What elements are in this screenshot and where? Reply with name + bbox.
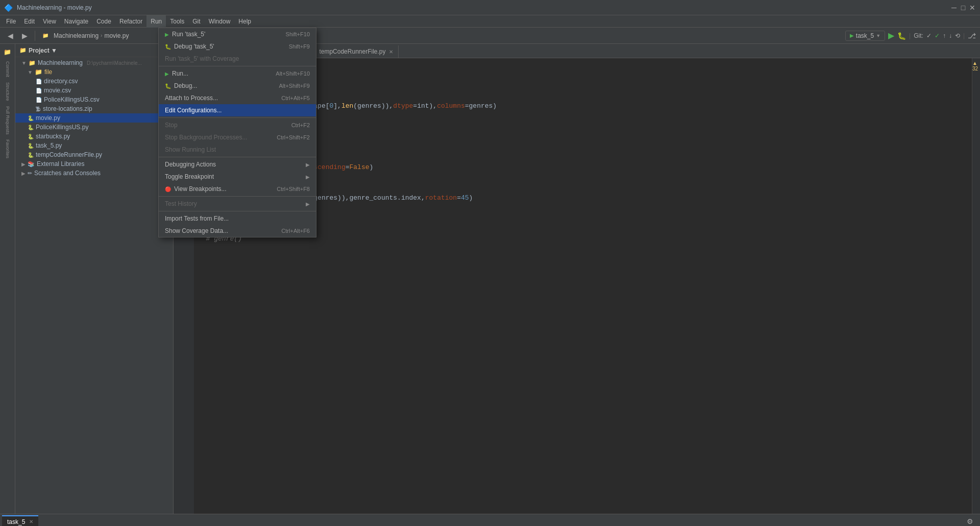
run-button[interactable]: ▶ bbox=[888, 31, 894, 40]
tree-police-csv[interactable]: 📄 PoliceKillingsUS.csv bbox=[15, 95, 173, 104]
tree-scratches-label: Scratches and Consoles bbox=[34, 170, 101, 177]
tree-tempcoderunner-py-icon: 🐍 bbox=[28, 152, 34, 158]
toggle-bp-arrow: ▶ bbox=[306, 174, 310, 180]
run-menu-coverage[interactable]: Run 'task_5' with Coverage bbox=[159, 53, 316, 65]
menu-edit[interactable]: Edit bbox=[20, 15, 39, 28]
toolbar-forward-btn[interactable]: ▶ bbox=[18, 30, 31, 42]
side-project-icon[interactable]: 📁 bbox=[2, 46, 14, 58]
minimize-button[interactable]: ─ bbox=[950, 4, 958, 11]
run-task-label: Run 'task_5' bbox=[172, 31, 205, 38]
side-structure-icon[interactable]: Structure bbox=[4, 80, 11, 103]
tree-movie-csv[interactable]: 📄 movie.csv bbox=[15, 86, 173, 95]
run-menu-edit-configs[interactable]: Edit Configurations... bbox=[159, 104, 316, 116]
close-button[interactable]: ✕ bbox=[969, 4, 976, 11]
run-menu-view-bp[interactable]: 🔴 View Breakpoints... Ctrl+Shift+F8 bbox=[159, 183, 316, 195]
tab-tempcoderunner[interactable]: 🐍 tempCodeRunnerFile.py ✕ bbox=[305, 45, 398, 58]
run-config-chevron: ▼ bbox=[876, 33, 880, 38]
toolbar-breadcrumb-file[interactable]: movie.py bbox=[104, 32, 129, 39]
run-menu-debug-task[interactable]: 🐛 Debug 'task_5' Shift+F9 bbox=[159, 40, 316, 53]
side-pullreq-icon[interactable]: Pull Requests bbox=[4, 104, 11, 137]
run-menu-sep1 bbox=[159, 66, 316, 66]
bottom-tab-task5-close[interactable]: ✕ bbox=[29, 519, 33, 524]
tree-store-zip[interactable]: 🗜 store-locations.zip bbox=[15, 104, 173, 113]
run-menu-show-coverage[interactable]: Show Coverage Data... Ctrl+Alt+F6 bbox=[159, 225, 316, 237]
git-update-btn[interactable]: ↓ bbox=[949, 32, 952, 39]
run-menu-debug-dots[interactable]: 🐛 Debug... Alt+Shift+F9 bbox=[159, 80, 316, 92]
run-menu-toggle-bp[interactable]: Toggle Breakpoint ▶ bbox=[159, 171, 316, 183]
attach-label: Attach to Process... bbox=[165, 94, 218, 102]
side-favorites-icon[interactable]: Favorites bbox=[4, 137, 11, 160]
git-history-btn[interactable]: ⟲ bbox=[955, 32, 960, 39]
maximize-button[interactable]: □ bbox=[960, 4, 967, 11]
bottom-settings-btn[interactable]: ⚙ bbox=[964, 515, 976, 527]
menu-run[interactable]: Run bbox=[146, 15, 166, 28]
toolbar-back-btn[interactable]: ◀ bbox=[4, 30, 16, 42]
run-menu-sep5 bbox=[159, 211, 316, 211]
menu-tools[interactable]: Tools bbox=[166, 15, 188, 28]
menu-navigate[interactable]: Navigate bbox=[60, 15, 92, 28]
import-tests-label: Import Tests from File... bbox=[165, 215, 229, 222]
project-icon: 📁 bbox=[19, 47, 27, 54]
project-tree: ▼ 📁 Machinelearning D:\pycharm\Machinele… bbox=[15, 57, 173, 514]
side-commit-icon[interactable]: Commit bbox=[4, 59, 11, 79]
menu-git[interactable]: Git bbox=[188, 15, 204, 28]
git-check2-btn[interactable]: ✓ bbox=[935, 32, 940, 39]
run-menu-debug-actions[interactable]: Debugging Actions ▶ bbox=[159, 158, 316, 171]
run-config-label: task_5 bbox=[856, 32, 874, 39]
git-push-btn[interactable]: ↑ bbox=[943, 32, 946, 39]
run-menu-stop: Stop Ctrl+F2 bbox=[159, 119, 316, 131]
running-list-label: Show Running List bbox=[165, 146, 216, 153]
git-label: Git: bbox=[914, 32, 923, 39]
tree-store-zip-icon: 🗜 bbox=[36, 106, 41, 112]
tree-directory-csv[interactable]: 📄 directory.csv bbox=[15, 77, 173, 86]
toggle-bp-label: Toggle Breakpoint bbox=[165, 173, 214, 180]
view-bp-label: View Breakpoints... bbox=[174, 185, 227, 193]
run-task-play-icon: ▶ bbox=[165, 32, 169, 37]
bottom-panel: task_5 ✕ ⚙ ▶ ☰ ■ ↕ ▶ ⚙ 🕐 + [ 0 1 4 9 16 … bbox=[0, 514, 980, 526]
tree-task5-py[interactable]: 🐍 task_5.py bbox=[15, 141, 173, 150]
project-panel: 📁 Project ▼ ⚙ ▼ 📁 Machinelearning D:\pyc… bbox=[15, 44, 174, 514]
run-menu-run-task[interactable]: ▶ Run 'task_5' Shift+F10 bbox=[159, 28, 316, 40]
tree-external-libs-icon: 📚 bbox=[28, 161, 35, 168]
tree-movie-csv-icon: 📄 bbox=[36, 88, 42, 93]
tree-file-folder-icon: 📁 bbox=[35, 68, 42, 76]
tab-temp-close[interactable]: ✕ bbox=[389, 49, 393, 55]
tree-movie-py[interactable]: 🐍 movie.py bbox=[15, 113, 173, 123]
attach-shortcut: Ctrl+Alt+F5 bbox=[281, 95, 310, 101]
title-bar: 🔷 Machinelearning - movie.py ─ □ ✕ bbox=[0, 0, 980, 15]
debug-task-icon: 🐛 bbox=[165, 44, 171, 50]
run-menu-run-dots[interactable]: ▶ Run... Alt+Shift+F10 bbox=[159, 67, 316, 80]
tree-tempcoderunner-py[interactable]: 🐍 tempCodeRunnerFile.py bbox=[15, 150, 173, 159]
menu-file[interactable]: File bbox=[2, 15, 20, 28]
tree-scratches[interactable]: ▶ ✏ Scratches and Consoles bbox=[15, 169, 173, 178]
menu-refactor[interactable]: Refactor bbox=[115, 15, 146, 28]
tree-directory-csv-icon: 📄 bbox=[36, 79, 42, 84]
toolbar-breadcrumb-machine[interactable]: Machinelearning bbox=[54, 32, 99, 39]
tree-police-py[interactable]: 🐍 PoliceKillingsUS.py bbox=[15, 123, 173, 132]
tree-movie-py-label: movie.py bbox=[36, 114, 60, 122]
run-menu-test-history: Test History ▶ bbox=[159, 198, 316, 210]
test-history-arrow: ▶ bbox=[306, 201, 310, 207]
run-menu-attach[interactable]: Attach to Process... Ctrl+Alt+F5 bbox=[159, 92, 316, 104]
bottom-tab-task5[interactable]: task_5 ✕ bbox=[2, 515, 38, 527]
tree-root[interactable]: ▼ 📁 Machinelearning D:\pycharm\Machinele… bbox=[15, 58, 173, 67]
debug-button[interactable]: 🐛 bbox=[897, 32, 906, 40]
tree-file-folder-arrow: ▼ bbox=[28, 69, 33, 75]
tree-external-libs[interactable]: ▶ 📚 External Libraries bbox=[15, 159, 173, 169]
menu-window[interactable]: Window bbox=[205, 15, 235, 28]
menu-help[interactable]: Help bbox=[234, 15, 255, 28]
git-branch-btn[interactable]: ⎇ bbox=[968, 32, 976, 40]
tree-starbucks-py[interactable]: 🐍 starbucks.py bbox=[15, 132, 173, 141]
tab-temp-label: tempCodeRunnerFile.py bbox=[319, 48, 385, 55]
git-check-btn[interactable]: ✓ bbox=[926, 32, 932, 39]
menu-view[interactable]: View bbox=[39, 15, 60, 28]
run-menu-import-tests[interactable]: Import Tests from File... bbox=[159, 212, 316, 225]
tree-file-folder[interactable]: ▼ 📁 file bbox=[15, 67, 173, 77]
run-config-selector[interactable]: ▶ task_5 ▼ bbox=[845, 31, 885, 41]
project-label: Project ▼ bbox=[29, 47, 57, 54]
menu-code[interactable]: Code bbox=[92, 15, 115, 28]
view-bp-icon: 🔴 bbox=[165, 186, 171, 192]
debug-dots-shortcut: Alt+Shift+F9 bbox=[279, 83, 310, 89]
tree-movie-csv-label: movie.csv bbox=[44, 87, 71, 94]
toolbar: ◀ ▶ 📁 Machinelearning › movie.py ▶ task_… bbox=[0, 28, 980, 44]
